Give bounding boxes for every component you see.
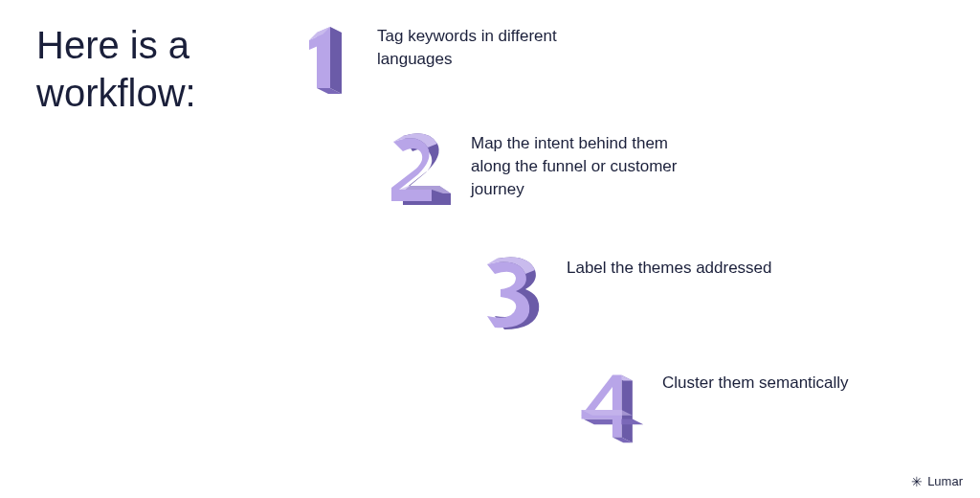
- step-2-label: Map the intent behind them along the fun…: [471, 132, 681, 200]
- workflow-step-1: Tag keywords in different languages: [287, 19, 588, 105]
- svg-marker-6: [621, 375, 632, 442]
- step-4-label: Cluster them semantically: [662, 372, 849, 395]
- page-heading: Here is a workflow:: [36, 21, 196, 117]
- heading-line-1: Here is a: [36, 24, 189, 66]
- heading-line-2: workflow:: [36, 72, 196, 114]
- workflow-step-2: Map the intent behind them along the fun…: [381, 126, 681, 213]
- brand-star-icon: ✳: [911, 475, 923, 488]
- svg-marker-10: [612, 375, 622, 438]
- workflow-step-4: Cluster them semantically: [572, 366, 849, 452]
- footer-brand: ✳ Lumar: [911, 474, 963, 488]
- numeral-4-icon: [572, 366, 649, 452]
- brand-name: Lumar: [927, 474, 963, 488]
- numeral-2-icon: [381, 126, 457, 213]
- svg-marker-0: [330, 27, 342, 94]
- step-3-label: Label the themes addressed: [567, 257, 772, 280]
- numeral-1-icon: [287, 19, 364, 105]
- step-1-label: Tag keywords in different languages: [377, 25, 588, 71]
- workflow-step-3: Label the themes addressed: [477, 251, 772, 337]
- numeral-3-icon: [477, 251, 553, 337]
